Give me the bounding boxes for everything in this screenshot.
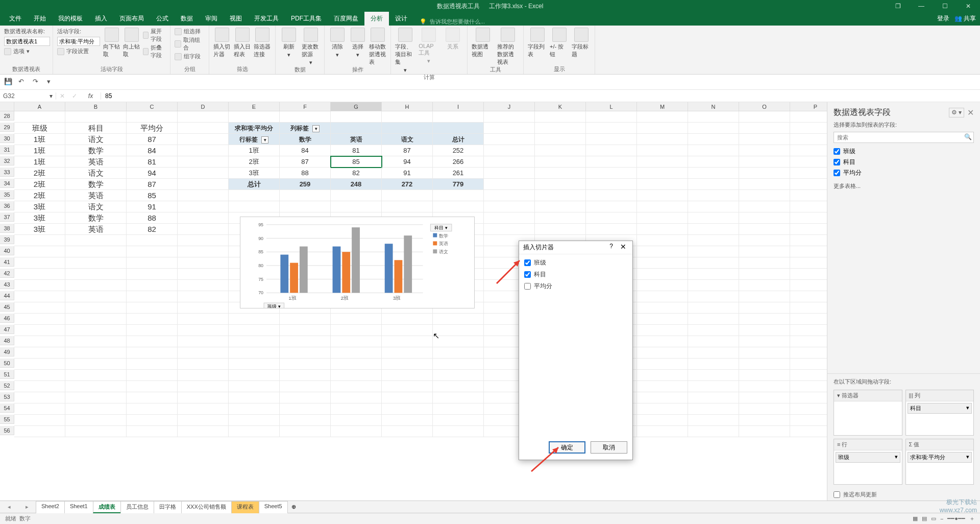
- cell[interactable]: [484, 111, 535, 123]
- cell[interactable]: 266: [433, 156, 484, 168]
- cell[interactable]: [229, 201, 280, 212]
- cell[interactable]: [586, 134, 637, 145]
- row-header[interactable]: 41: [0, 257, 14, 267]
- cell[interactable]: [637, 336, 688, 347]
- cell[interactable]: [127, 257, 178, 269]
- cell[interactable]: [65, 392, 127, 403]
- cell[interactable]: [331, 415, 382, 426]
- cell[interactable]: [535, 156, 586, 168]
- cell[interactable]: [739, 280, 790, 291]
- zoom-slider[interactable]: ━━●━━: [947, 515, 965, 522]
- cell[interactable]: [637, 168, 688, 179]
- cell[interactable]: [280, 403, 331, 415]
- cell[interactable]: [739, 134, 790, 145]
- cell[interactable]: [14, 392, 65, 403]
- cell[interactable]: 总计: [433, 134, 484, 145]
- worksheet[interactable]: ABCDEFGHIJKLMNOPQR2829班级科目平均分求和项:平均分列标签 …: [0, 102, 827, 501]
- cell[interactable]: [688, 201, 739, 212]
- cell[interactable]: [484, 134, 535, 145]
- cell[interactable]: [739, 257, 790, 269]
- cell[interactable]: [280, 314, 331, 325]
- cell[interactable]: [178, 235, 229, 246]
- cell[interactable]: [484, 168, 535, 179]
- cell[interactable]: [178, 179, 229, 190]
- cell[interactable]: [637, 347, 688, 359]
- row-header[interactable]: 36: [0, 201, 14, 210]
- cell[interactable]: [178, 415, 229, 426]
- cell[interactable]: [535, 134, 586, 145]
- cell[interactable]: 3班: [14, 201, 65, 212]
- cell[interactable]: [178, 257, 229, 269]
- cell[interactable]: 英语: [65, 190, 127, 201]
- cell[interactable]: [127, 415, 178, 426]
- cell[interactable]: [535, 190, 586, 201]
- zoom-in-icon[interactable]: ＋: [969, 515, 975, 522]
- row-header[interactable]: 43: [0, 280, 14, 289]
- field-settings[interactable]: 字段设置: [66, 47, 89, 55]
- col-header[interactable]: D: [178, 102, 229, 111]
- cell[interactable]: [229, 325, 280, 336]
- cell[interactable]: [433, 359, 484, 370]
- cell[interactable]: [739, 302, 790, 314]
- cell[interactable]: [127, 336, 178, 347]
- cell[interactable]: 94: [382, 156, 433, 168]
- cell[interactable]: [127, 392, 178, 403]
- cell[interactable]: [688, 123, 739, 134]
- cell[interactable]: [14, 370, 65, 381]
- col-header[interactable]: G: [331, 102, 382, 111]
- login-link[interactable]: 登录: [937, 14, 949, 23]
- cell[interactable]: [688, 426, 739, 437]
- cell[interactable]: [586, 179, 637, 190]
- col-header[interactable]: F: [280, 102, 331, 111]
- cell[interactable]: [382, 415, 433, 426]
- cell[interactable]: [14, 426, 65, 437]
- cell[interactable]: [229, 381, 280, 392]
- row-header[interactable]: 46: [0, 314, 14, 323]
- cell[interactable]: [586, 156, 637, 168]
- cell[interactable]: [178, 325, 229, 336]
- cell[interactable]: [586, 224, 637, 235]
- cell[interactable]: [790, 123, 827, 134]
- cell[interactable]: [637, 257, 688, 269]
- cell[interactable]: [790, 269, 827, 280]
- cell[interactable]: [65, 415, 127, 426]
- drill-down-button[interactable]: 向下钻取: [103, 28, 120, 58]
- cell[interactable]: [382, 201, 433, 212]
- cell[interactable]: [280, 392, 331, 403]
- cell[interactable]: 语文: [65, 201, 127, 212]
- field-checkbox[interactable]: 科目: [834, 158, 974, 166]
- cell[interactable]: [688, 325, 739, 336]
- cell[interactable]: [688, 347, 739, 359]
- cell[interactable]: [688, 179, 739, 190]
- row-header[interactable]: 42: [0, 269, 14, 278]
- cell[interactable]: [178, 224, 229, 235]
- tab-layout[interactable]: 页面布局: [113, 12, 150, 26]
- sheet-tab[interactable]: XXX公司销售额: [181, 501, 232, 513]
- cell[interactable]: [586, 123, 637, 134]
- view-normal-icon[interactable]: ▦: [913, 515, 918, 522]
- cell[interactable]: [739, 291, 790, 302]
- col-header[interactable]: C: [127, 102, 178, 111]
- cell[interactable]: [688, 224, 739, 235]
- row-header[interactable]: 48: [0, 336, 14, 345]
- cell[interactable]: 3班: [229, 168, 280, 179]
- field-headers-button[interactable]: 字段标题: [572, 28, 591, 58]
- tab-baidu[interactable]: 百度网盘: [328, 12, 364, 26]
- cell[interactable]: [229, 314, 280, 325]
- dialog-close-icon[interactable]: ✕: [618, 243, 628, 253]
- cell[interactable]: [790, 392, 827, 403]
- cell[interactable]: [14, 280, 65, 291]
- tab-templates[interactable]: 我的模板: [52, 12, 89, 26]
- cell[interactable]: 82: [127, 224, 178, 235]
- cell[interactable]: 求和项:平均分: [229, 123, 280, 134]
- cell[interactable]: [127, 325, 178, 336]
- cell[interactable]: [688, 235, 739, 246]
- cell[interactable]: 数学: [65, 145, 127, 156]
- cell[interactable]: 1班: [14, 134, 65, 145]
- cell[interactable]: 248: [331, 179, 382, 190]
- field-checkbox[interactable]: 平均分: [834, 169, 974, 177]
- save-icon[interactable]: 💾: [4, 78, 13, 87]
- relationships-button[interactable]: 关系: [443, 28, 463, 51]
- cell[interactable]: [688, 246, 739, 257]
- cell[interactable]: 语文: [65, 168, 127, 179]
